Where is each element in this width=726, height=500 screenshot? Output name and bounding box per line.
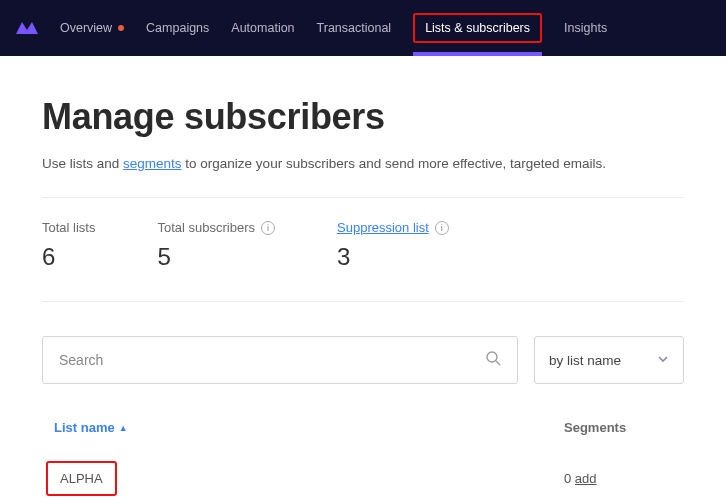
sort-label: by list name <box>549 353 621 368</box>
nav-overview[interactable]: Overview <box>60 0 124 56</box>
stat-label: Total lists <box>42 220 95 235</box>
info-icon[interactable]: i <box>261 221 275 235</box>
stat-total-lists: Total lists 6 <box>42 220 95 271</box>
list-name-text[interactable]: ALPHA <box>46 461 117 496</box>
stat-suppression-list: Suppression list i 3 <box>337 220 449 271</box>
nav-label: Overview <box>60 21 112 35</box>
chevron-down-icon <box>657 353 669 368</box>
logo-icon[interactable] <box>16 20 38 36</box>
column-segments[interactable]: Segments <box>564 420 684 435</box>
table-header: List name ▲ Segments <box>42 406 684 447</box>
page-subtitle: Use lists and segments to organize your … <box>42 156 684 171</box>
column-list-name[interactable]: List name ▲ <box>54 420 564 435</box>
stat-label: Suppression list i <box>337 220 449 235</box>
stat-label: Total subscribers i <box>157 220 275 235</box>
stat-value: 5 <box>157 243 275 271</box>
sort-asc-icon: ▲ <box>119 423 128 433</box>
nav-automation[interactable]: Automation <box>231 0 294 56</box>
nav-campaigns[interactable]: Campaigns <box>146 0 209 56</box>
svg-line-1 <box>496 361 500 365</box>
search-icon <box>485 350 501 370</box>
info-icon[interactable]: i <box>435 221 449 235</box>
table-row[interactable]: ALPHA 0 add <box>42 447 684 500</box>
stat-value: 3 <box>337 243 449 271</box>
top-nav: Overview Campaigns Automation Transactio… <box>0 0 726 56</box>
add-segment-link[interactable]: add <box>575 471 597 486</box>
svg-point-0 <box>487 352 497 362</box>
nav-insights[interactable]: Insights <box>564 0 607 56</box>
stat-value: 6 <box>42 243 95 271</box>
search-input[interactable] <box>59 352 485 368</box>
page-title: Manage subscribers <box>42 96 684 138</box>
controls-row: by list name <box>42 302 684 406</box>
suppression-link[interactable]: Suppression list <box>337 220 429 235</box>
cell-list-name: ALPHA <box>42 461 564 496</box>
search-box[interactable] <box>42 336 518 384</box>
sort-dropdown[interactable]: by list name <box>534 336 684 384</box>
nav-lists-subscribers[interactable]: Lists & subscribers <box>413 0 542 56</box>
stats-row: Total lists 6 Total subscribers i 5 Supp… <box>42 198 684 301</box>
status-dot-icon <box>118 25 124 31</box>
nav-label: Lists & subscribers <box>413 13 542 43</box>
main-content: Manage subscribers Use lists and segment… <box>0 56 726 500</box>
segments-link[interactable]: segments <box>123 156 182 171</box>
nav-transactional[interactable]: Transactional <box>317 0 392 56</box>
stat-total-subscribers: Total subscribers i 5 <box>157 220 275 271</box>
cell-segments: 0 add <box>564 471 684 486</box>
